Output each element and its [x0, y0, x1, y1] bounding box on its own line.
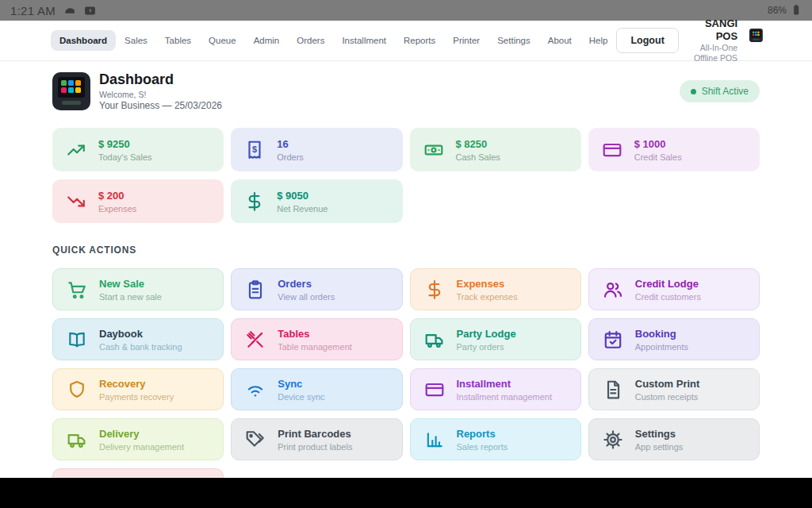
- tag-icon: [245, 429, 266, 450]
- gear-icon: [603, 429, 623, 450]
- qa-subtitle: Party orders: [457, 342, 516, 352]
- stat-label: Orders: [277, 152, 304, 162]
- quick-action-custom-print[interactable]: Custom Print Custom receipts: [588, 368, 760, 410]
- quick-action-recovery[interactable]: Recovery Payments recovery: [52, 368, 224, 410]
- stat-card-expenses: $ 200 Expenses: [52, 179, 224, 223]
- notification-icon: [63, 4, 76, 17]
- stat-value: $ 9050: [277, 190, 327, 202]
- quick-action-sync[interactable]: Sync Device sync: [231, 368, 402, 410]
- qa-title: Expenses: [457, 278, 518, 290]
- qa-subtitle: Custom receipts: [635, 392, 700, 402]
- nav-tab-queue[interactable]: Queue: [200, 30, 245, 51]
- qa-subtitle: Delivery management: [99, 442, 184, 452]
- nav-tab-orders[interactable]: Orders: [288, 30, 333, 51]
- credit-card-icon: [602, 140, 622, 160]
- qa-title: Custom Print: [635, 378, 700, 390]
- logout-button[interactable]: Logout: [616, 28, 678, 53]
- page-title: Dashboard: [99, 71, 222, 88]
- quick-action-credit-lodge[interactable]: Credit Lodge Credit customers: [588, 268, 760, 310]
- qa-subtitle: Payments recovery: [99, 392, 174, 402]
- shift-badge-label: Shift Active: [702, 86, 749, 97]
- qa-title: New Sale: [99, 278, 162, 290]
- nav-tab-help[interactable]: Help: [580, 30, 617, 51]
- stat-label: Credit Sales: [634, 152, 682, 162]
- qa-title: Reports: [457, 428, 508, 440]
- stat-value: $ 200: [98, 190, 136, 202]
- calendar-check-icon: [603, 329, 623, 350]
- nav-tab-installment[interactable]: Installment: [333, 30, 395, 51]
- truck-icon: [424, 329, 445, 350]
- file-text-icon: [603, 379, 623, 400]
- dashboard-content: Dashboard Welcome, S! Your Business — 25…: [0, 61, 812, 508]
- stat-value: $ 1000: [634, 138, 682, 150]
- nav-tab-admin[interactable]: Admin: [245, 30, 289, 51]
- trending-up-icon: [66, 140, 86, 160]
- stat-card-credit-sales: $ 1000 Credit Sales: [588, 128, 760, 171]
- stat-label: Cash Sales: [456, 152, 500, 162]
- qa-title: Orders: [278, 278, 335, 290]
- shift-active-dot-icon: [691, 89, 696, 94]
- nav-tab-dashboard[interactable]: Dashboard: [51, 30, 116, 51]
- svg-text:$: $: [252, 144, 257, 153]
- qa-subtitle: Installment management: [457, 392, 552, 402]
- stat-label: Net Revenue: [277, 204, 327, 214]
- qa-subtitle: App settings: [635, 442, 684, 452]
- credit-card-icon: [424, 379, 445, 400]
- nav-tab-printer[interactable]: Printer: [444, 30, 488, 51]
- qa-subtitle: Device sync: [278, 392, 324, 402]
- quick-action-daybook[interactable]: Daybook Cash & bank tracking: [52, 318, 224, 360]
- quick-action-tables[interactable]: Tables Table management: [231, 318, 402, 360]
- clipboard-list-icon: [245, 279, 266, 300]
- quick-action-expenses[interactable]: Expenses Track expenses: [410, 268, 581, 310]
- qa-subtitle: Table management: [278, 342, 352, 352]
- stat-card-orders: $ 16 Orders: [231, 128, 402, 171]
- utensils-icon: [245, 329, 266, 350]
- qa-title: Recovery: [99, 378, 174, 390]
- qa-subtitle: Credit customers: [635, 292, 701, 302]
- nav-tab-sales[interactable]: Sales: [116, 30, 156, 51]
- quick-action-delivery[interactable]: Delivery Delivery management: [52, 418, 224, 460]
- qa-title: Daybook: [99, 328, 182, 340]
- qa-title: Tables: [278, 328, 352, 340]
- quick-action-reports[interactable]: Reports Sales reports: [410, 418, 581, 460]
- wifi-icon: [245, 379, 266, 400]
- qa-title: Installment: [457, 378, 552, 390]
- trending-down-icon: [66, 191, 86, 212]
- stat-card-todays-sales: $ 9250 Today's Sales: [52, 128, 224, 171]
- nav-tab-about[interactable]: About: [539, 30, 580, 51]
- nav-tab-tables[interactable]: Tables: [156, 30, 200, 51]
- quick-action-party-lodge[interactable]: Party Lodge Party orders: [410, 318, 581, 360]
- book-open-icon: [67, 329, 87, 350]
- app-logo: [749, 29, 763, 52]
- quick-actions-heading: QUICK ACTIONS: [52, 244, 760, 256]
- stat-label: Expenses: [98, 204, 136, 214]
- qa-title: Print Barcodes: [278, 428, 352, 440]
- android-navigation-bar: [0, 478, 812, 508]
- quick-action-orders[interactable]: Orders View all orders: [231, 268, 402, 310]
- banknote-icon: [423, 140, 444, 160]
- qa-title: Delivery: [99, 428, 184, 440]
- welcome-text: Welcome, S!: [99, 90, 222, 99]
- top-navigation: Dashboard Sales Tables Queue Admin Order…: [0, 21, 812, 61]
- nav-tab-settings[interactable]: Settings: [488, 30, 539, 51]
- battery-icon: [791, 4, 802, 17]
- quick-action-print-barcodes[interactable]: Print Barcodes Print product labels: [231, 418, 402, 460]
- brand-tagline: All-In-One Offline POS: [691, 43, 737, 64]
- nav-tab-reports[interactable]: Reports: [395, 30, 444, 51]
- battery-percentage: 86%: [768, 5, 787, 16]
- quick-action-installment[interactable]: Installment Installment management: [410, 368, 581, 410]
- stat-label: Today's Sales: [98, 152, 152, 162]
- bar-chart-icon: [424, 429, 445, 450]
- brand-block: SANGI POS All-In-One Offline POS: [691, 17, 737, 64]
- qa-title: Credit Lodge: [635, 278, 701, 290]
- stats-grid: $ 9250 Today's Sales $ 16 Orders $ 8250 …: [52, 128, 760, 223]
- quick-action-new-sale[interactable]: New Sale Start a new sale: [52, 268, 224, 310]
- quick-action-booking[interactable]: Booking Appointments: [588, 318, 760, 360]
- stat-card-cash-sales: $ 8250 Cash Sales: [410, 128, 581, 171]
- qa-subtitle: View all orders: [278, 292, 335, 302]
- stat-card-net-revenue: $ 9050 Net Revenue: [231, 179, 402, 223]
- quick-action-settings[interactable]: Settings App settings: [588, 418, 760, 460]
- qa-title: Booking: [635, 328, 688, 340]
- dollar-sign-icon: [424, 279, 445, 300]
- stat-value: 16: [277, 138, 304, 150]
